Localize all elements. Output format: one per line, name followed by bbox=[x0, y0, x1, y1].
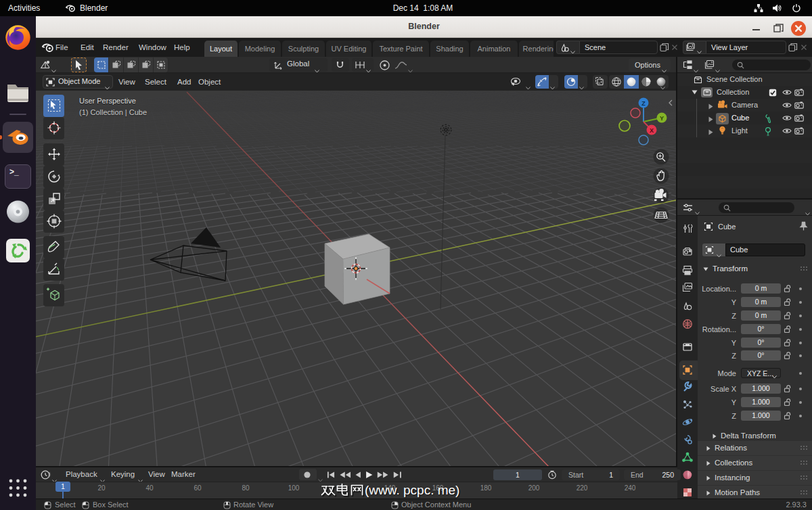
svg-text:Z: Z bbox=[641, 100, 646, 107]
svg-text:(www. pcpc. me): (www. pcpc. me) bbox=[365, 483, 459, 497]
svg-text:X: X bbox=[650, 127, 654, 134]
svg-text:Y: Y bbox=[660, 115, 664, 122]
